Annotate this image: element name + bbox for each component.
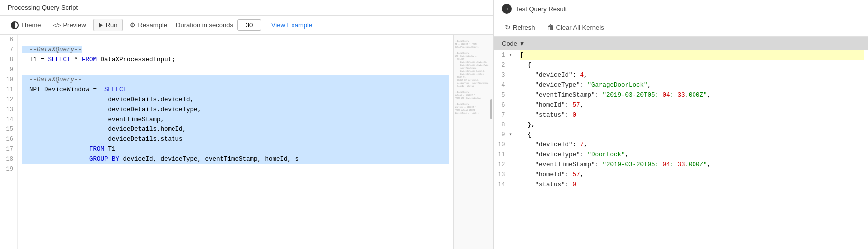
json-line-number: 13 <box>498 170 512 180</box>
json-line-number: 9▾ <box>498 130 512 140</box>
json-line-number: 7 <box>498 110 512 120</box>
json-output: 1▾2 3 4 5 6 7 8 9▾10 11 12 13 14 [ { "de… <box>494 50 868 249</box>
theme-label: Theme <box>21 21 41 29</box>
view-example-button[interactable]: View Example <box>267 19 316 31</box>
preview-label: Preview <box>63 21 86 29</box>
line-number: 14 <box>4 115 13 124</box>
resample-icon: ⚙ <box>130 21 136 29</box>
theme-icon <box>11 21 19 29</box>
line-number: 16 <box>4 134 13 144</box>
code-content[interactable]: --DataXQuery-- T1 = SELECT * FROM DataXP… <box>18 35 453 249</box>
json-line-number: 12 <box>498 160 512 170</box>
line-number: 13 <box>4 105 13 115</box>
left-panel: Processing Query Script Theme </> Previe… <box>0 0 494 249</box>
json-line-number: 8 <box>498 120 512 130</box>
left-panel-title-text: Processing Query Script <box>8 4 78 11</box>
right-panel-title: Test Query Result <box>516 5 567 13</box>
json-line-number: 10 <box>498 140 512 150</box>
json-line: "eventTimeStamp": "2019-03-20T05: 04: 33… <box>520 160 864 170</box>
line-number: 17 <box>4 144 13 154</box>
code-editor: 678910111213141516171819 --DataXQuery-- … <box>0 35 493 249</box>
json-line: [ <box>520 50 864 60</box>
line-number: 6 <box>4 35 13 45</box>
duration-input[interactable] <box>237 19 261 31</box>
code-line: T1 = SELECT * FROM DataXProcessedInput; <box>22 55 449 65</box>
collapse-arrow-icon[interactable]: ▾ <box>506 130 512 140</box>
code-line: deviceDetails.homeId, <box>22 124 449 134</box>
right-panel: → Test Query Result ↻ Refresh 🗑 Clear Al… <box>494 0 868 249</box>
run-button[interactable]: Run <box>93 19 123 31</box>
resample-button[interactable]: ⚙ Resample <box>125 19 172 31</box>
duration-label: Duration in seconds <box>176 21 233 29</box>
json-line-number: 1▾ <box>498 50 512 60</box>
json-line-number: 11 <box>498 150 512 160</box>
code-line: deviceDetails.deviceType, <box>22 105 449 115</box>
arrow-right-icon: → <box>502 4 512 14</box>
code-lines-container: 678910111213141516171819 --DataXQuery-- … <box>0 35 453 249</box>
code-line: --DataXQuery-- <box>22 45 449 55</box>
run-icon <box>99 23 103 28</box>
code-line <box>22 65 449 75</box>
json-line: { <box>520 60 864 70</box>
refresh-icon: ↻ <box>505 23 511 31</box>
line-number: 11 <box>4 85 13 95</box>
json-line-number: 2 <box>498 60 512 70</box>
json-line: }, <box>520 120 864 130</box>
line-numbers: 678910111213141516171819 <box>0 35 18 249</box>
code-line <box>22 164 449 174</box>
json-line: "homeId": 57, <box>520 170 864 180</box>
line-number: 12 <box>4 95 13 105</box>
resample-label: Resample <box>138 21 167 29</box>
json-line-number: 6 <box>498 100 512 110</box>
code-header-bar[interactable]: Code ▼ <box>494 37 868 50</box>
json-line-number: 3 <box>498 70 512 80</box>
code-line: NPI_DeviceWindow = SELECT <box>22 85 449 95</box>
line-number: 10 <box>4 75 13 85</box>
mini-scrollbar[interactable] <box>490 99 492 119</box>
code-line: eventTimeStamp, <box>22 115 449 124</box>
json-line: { <box>520 130 864 140</box>
theme-button[interactable]: Theme <box>6 19 46 31</box>
json-line: "deviceType": "GarageDoorLock", <box>520 80 864 90</box>
json-content: [ { "deviceId": 4, "deviceType": "Garage… <box>516 50 868 249</box>
json-line: "deviceId": 4, <box>520 70 864 80</box>
code-line <box>22 35 449 45</box>
line-number: 18 <box>4 154 13 164</box>
mini-preview: --DataXQuery-- T1 = SELECT * FROM DataXP… <box>453 35 493 249</box>
left-toolbar: Theme </> Preview Run ⚙ Resample Duratio… <box>0 16 493 35</box>
right-panel-header: → Test Query Result <box>494 0 868 18</box>
json-line: "deviceId": 7, <box>520 140 864 150</box>
collapse-arrow-icon[interactable]: ▾ <box>506 50 512 60</box>
code-header-text: Code ▼ <box>502 40 525 47</box>
line-number: 19 <box>4 164 13 174</box>
run-label: Run <box>106 21 118 29</box>
code-line: deviceDetails.deviceId, <box>22 95 449 105</box>
json-line: "status": 0 <box>520 110 864 120</box>
preview-icon: </> <box>53 22 61 28</box>
clear-all-label: Clear All Kernels <box>556 24 604 31</box>
left-panel-title: Processing Query Script <box>0 0 493 16</box>
json-line-numbers: 1▾2 3 4 5 6 7 8 9▾10 11 12 13 14 <box>494 50 516 249</box>
json-line: "deviceType": "DoorLock", <box>520 150 864 160</box>
json-line: "homeId": 57, <box>520 100 864 110</box>
comment-span: --DataXQuery-- <box>22 46 82 53</box>
code-line: --DataXQuery-- <box>22 75 449 85</box>
json-line: "eventTimeStamp": "2019-03-20T05: 04: 33… <box>520 90 864 100</box>
clear-all-kernels-button[interactable]: 🗑 Clear All Kernels <box>542 21 609 33</box>
refresh-button[interactable]: ↻ Refresh <box>500 21 540 33</box>
code-line: FROM T1 <box>22 144 449 154</box>
right-toolbar: ↻ Refresh 🗑 Clear All Kernels <box>494 18 868 37</box>
json-line-number: 5 <box>498 90 512 100</box>
line-number: 9 <box>4 65 13 75</box>
json-line-number: 4 <box>498 80 512 90</box>
line-number: 7 <box>4 45 13 55</box>
line-number: 8 <box>4 55 13 65</box>
view-example-label: View Example <box>271 21 312 29</box>
preview-button[interactable]: </> Preview <box>48 19 91 31</box>
line-number: 15 <box>4 124 13 134</box>
code-line: deviceDetails.status <box>22 134 449 144</box>
trash-icon: 🗑 <box>547 23 554 31</box>
code-line: GROUP BY deviceId, deviceType, eventTime… <box>22 154 449 164</box>
refresh-label: Refresh <box>513 24 535 31</box>
comment-span: --DataXQuery-- <box>22 76 82 83</box>
